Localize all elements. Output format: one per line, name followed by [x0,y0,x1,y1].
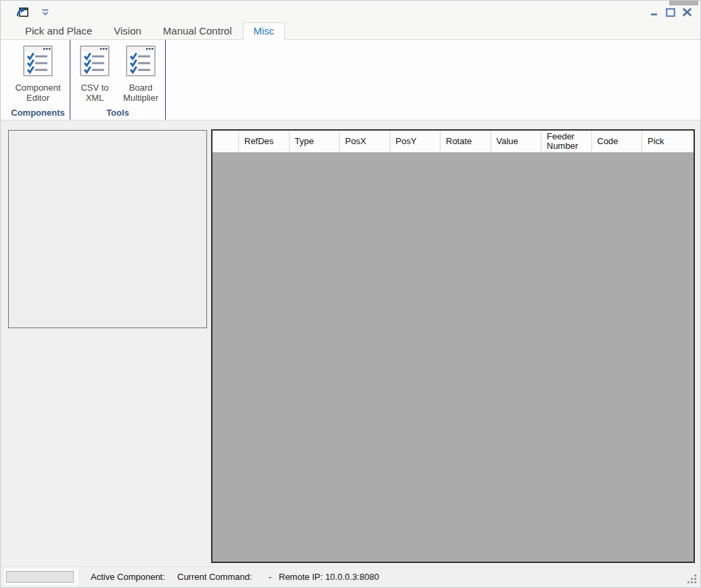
components-table[interactable]: RefDes Type PosX PosY Rotate Value Feede… [211,129,695,563]
tab-pick-and-place[interactable]: Pick and Place [14,22,103,39]
component-editor-button[interactable]: Component Editor [8,43,68,103]
component-editor-label: Component Editor [15,83,60,103]
preview-panel [8,130,207,328]
tab-vision[interactable]: Vision [103,22,152,39]
statusbar: Active Component: Current Command: - Rem… [1,566,700,587]
resize-grip-icon[interactable] [687,574,697,584]
column-header-feeder-number[interactable]: Feeder Number [541,131,592,152]
checklist-icon [126,45,156,76]
tab-misc[interactable]: Misc [243,22,286,40]
column-header-refdes[interactable]: RefDes [239,131,290,152]
window-controls [646,5,695,20]
current-command-value: - [269,567,271,587]
ribbon-group-components: Component Editor Components [6,40,70,120]
column-header-value[interactable]: Value [491,131,542,152]
column-header-posx[interactable]: PosX [340,131,390,152]
tab-manual-control[interactable]: Manual Control [152,22,243,39]
checklist-icon [80,45,110,76]
progress-bar [6,571,74,583]
csv-to-xml-label: CSV to XML [81,83,108,103]
maximize-icon[interactable] [662,5,679,20]
checklist-icon [23,45,53,76]
column-header-posy[interactable]: PosY [390,131,441,152]
progress-panel [4,568,78,585]
quick-access-toolbar [16,5,52,19]
board-multiplier-button[interactable]: Board Multiplier [118,43,163,103]
active-component-label: Active Component: [91,567,165,587]
column-header-pick[interactable]: Pick [642,131,694,152]
current-command-label: Current Command: [177,567,252,587]
table-body-empty[interactable] [212,152,694,562]
table-header-row: RefDes Type PosX PosY Rotate Value Feede… [212,131,694,152]
titlebar [1,1,700,22]
remote-ip-label: Remote IP: 10.0.0.3:8080 [279,567,379,587]
column-header-code[interactable]: Code [592,131,643,152]
group-label-components: Components [6,108,70,118]
qat-dropdown-chevron-icon[interactable] [39,5,52,19]
app-import-icon[interactable] [16,5,29,19]
close-icon[interactable] [679,5,695,20]
group-label-tools: Tools [70,108,165,118]
csv-to-xml-button[interactable]: CSV to XML [72,43,117,103]
column-header-rotate[interactable]: Rotate [440,131,491,152]
ribbon: Component Editor Components CSV to XML [1,40,700,120]
ribbon-tabstrip: Pick and Place Vision Manual Control Mis… [1,22,700,40]
column-header-type[interactable]: Type [290,131,340,152]
main-content: RefDes Type PosX PosY Rotate Value Feede… [1,120,700,564]
column-header-row-selector[interactable] [212,131,239,152]
board-multiplier-label: Board Multiplier [123,83,158,103]
ribbon-group-tools: CSV to XML Board Multiplier Tools [70,40,166,120]
app-window: Pick and Place Vision Manual Control Mis… [0,0,701,588]
minimize-icon[interactable] [646,5,662,20]
